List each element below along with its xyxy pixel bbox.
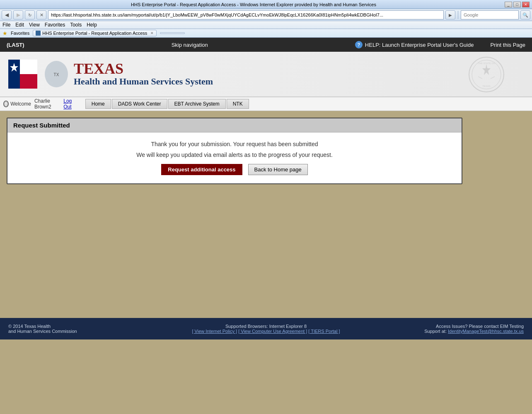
banner-texas-text: TEXAS bbox=[74, 61, 213, 76]
request-additional-access-button[interactable]: Request additional access bbox=[161, 164, 242, 175]
request-submitted-box: Request Submitted Thank you for your sub… bbox=[7, 118, 462, 184]
texas-flag-icon bbox=[8, 60, 37, 89]
page-header-bar: (LAST) Skip navigation ? HELP: Launch En… bbox=[0, 38, 532, 52]
go-button[interactable]: ▶ bbox=[445, 10, 455, 19]
message2: We will keep you updated via email alert… bbox=[14, 152, 455, 158]
favorites-tab-hhs[interactable]: HHS Enterprise Portal - Request Applicat… bbox=[33, 30, 157, 36]
request-box-header: Request Submitted bbox=[7, 118, 462, 132]
browser-menu: File Edit View Favorites Tools Help bbox=[0, 21, 532, 29]
nav-username: Charlie Brown2 bbox=[34, 98, 60, 110]
support-line: Support at: IdentityManageTest@hhsc.stat… bbox=[352, 329, 524, 334]
footer-copyright: © 2014 Texas Health and Human Services C… bbox=[8, 324, 180, 334]
logout-link[interactable]: Log Out bbox=[63, 98, 77, 110]
support-prefix: Support at: bbox=[424, 329, 447, 334]
svg-line-12 bbox=[491, 77, 495, 79]
browsers-label: Supported Browsers: Internet Explorer 8 bbox=[180, 324, 352, 329]
footer-links: [ View Internet Policy ] [ View Computer… bbox=[180, 329, 352, 334]
footer-right: Access Issues? Please contact EIM Testin… bbox=[352, 324, 524, 334]
browser-toolbar: ◀ ▶ ↻ ✕ ▶ 🔍 bbox=[0, 9, 532, 21]
banner-text-block: TEXAS Health and Human Services System bbox=[74, 61, 213, 87]
banner-logo: TX TEXAS Health and Human Services Syste… bbox=[8, 60, 213, 89]
nav-tab-dads[interactable]: DADS Work Center bbox=[112, 99, 167, 109]
favorites-label: Favorites bbox=[11, 31, 29, 36]
access-issues-label: Access Issues? Please contact EIM Testin… bbox=[352, 324, 524, 329]
menu-favorites[interactable]: Favorites bbox=[45, 22, 65, 28]
nav-tab-home[interactable]: Home bbox=[85, 99, 111, 109]
box-title: Request Submitted bbox=[13, 122, 70, 129]
address-bar[interactable] bbox=[48, 10, 444, 19]
support-email-link[interactable]: IdentityManageTest@hhsc.state.tx.us bbox=[448, 329, 524, 334]
tiers-portal-link[interactable]: [ TIERS Portal ] bbox=[308, 329, 340, 334]
menu-view[interactable]: View bbox=[29, 22, 40, 28]
back-button[interactable]: ◀ bbox=[2, 10, 12, 19]
nav-bar: ⓘ Welcome Charlie Brown2 Log Out Home DA… bbox=[0, 97, 532, 111]
nav-tab-ebt[interactable]: EBT Archive System bbox=[168, 99, 226, 109]
copyright-line2: and Human Services Commission bbox=[8, 329, 180, 334]
message1: Thank you for your submission. Your requ… bbox=[14, 141, 455, 147]
banner: TX TEXAS Health and Human Services Syste… bbox=[0, 52, 532, 97]
stop-button[interactable]: ✕ bbox=[36, 10, 46, 19]
back-to-home-button[interactable]: Back to Home page bbox=[248, 164, 308, 175]
welcome-text: Welcome bbox=[10, 101, 31, 107]
request-box-body: Thank you for your submission. Your requ… bbox=[7, 132, 462, 183]
restore-button[interactable]: □ bbox=[513, 2, 521, 7]
favorites-star-icon: ★ bbox=[2, 30, 7, 36]
footer-center: Supported Browsers: Internet Explorer 8 … bbox=[180, 324, 352, 334]
svg-text:TX: TX bbox=[54, 72, 59, 77]
tab-close-icon[interactable]: ✕ bbox=[150, 31, 154, 35]
browser-title-text: HHS Enterprise Portal - Request Applicat… bbox=[2, 2, 505, 7]
forward-button[interactable]: ▶ bbox=[13, 10, 23, 19]
toolbar-separator bbox=[458, 11, 458, 19]
svg-text:TEXAS: TEXAS bbox=[482, 85, 491, 87]
nav-circle-icon: ⓘ bbox=[3, 101, 9, 107]
tab-icon bbox=[36, 31, 41, 36]
menu-help[interactable]: Help bbox=[87, 22, 97, 28]
favorites-bar: ★ Favorites HHS Enterprise Portal - Requ… bbox=[0, 29, 532, 38]
menu-edit[interactable]: Edit bbox=[15, 22, 24, 28]
page-footer: © 2014 Texas Health and Human Services C… bbox=[0, 318, 532, 339]
copyright-line1: © 2014 Texas Health bbox=[8, 324, 180, 329]
svg-rect-1 bbox=[20, 74, 37, 89]
nav-tab-ntk[interactable]: NTK bbox=[227, 99, 249, 109]
minimize-button[interactable]: _ bbox=[505, 2, 512, 7]
svg-line-11 bbox=[478, 77, 482, 79]
help-text: HELP: Launch Enterprise Portal User's Gu… bbox=[365, 42, 474, 48]
refresh-button[interactable]: ↻ bbox=[25, 10, 35, 19]
menu-tools[interactable]: Tools bbox=[70, 22, 82, 28]
main-content: Request Submitted Thank you for your sub… bbox=[0, 111, 532, 318]
request-box-actions: Request additional access Back to Home p… bbox=[14, 164, 455, 175]
skip-navigation-link[interactable]: Skip navigation bbox=[41, 42, 339, 48]
header-user: (LAST) bbox=[7, 42, 24, 48]
texas-silhouette-icon: TX bbox=[44, 60, 69, 89]
menu-file[interactable]: File bbox=[2, 22, 10, 28]
view-computer-use-link[interactable]: [ View Computer Use Agreement ] bbox=[238, 329, 307, 334]
favorites-tab-label: HHS Enterprise Portal - Request Applicat… bbox=[42, 31, 147, 36]
nav-welcome: ⓘ Welcome Charlie Brown2 Log Out bbox=[3, 98, 77, 110]
print-link[interactable]: Print this Page bbox=[490, 42, 525, 48]
search-input[interactable] bbox=[461, 10, 519, 19]
svg-rect-2 bbox=[20, 60, 37, 74]
banner-subtitle: Health and Human Services System bbox=[74, 76, 213, 87]
svg-text:THE STATE OF: THE STATE OF bbox=[478, 62, 495, 65]
browser-titlebar: HHS Enterprise Portal - Request Applicat… bbox=[0, 0, 532, 9]
help-icon: ? bbox=[355, 41, 363, 48]
help-link[interactable]: ? HELP: Launch Enterprise Portal User's … bbox=[355, 41, 474, 48]
nav-tabs: Home DADS Work Center EBT Archive System… bbox=[85, 99, 529, 109]
window-controls[interactable]: _ □ ✕ bbox=[505, 2, 530, 7]
svg-marker-10 bbox=[482, 64, 491, 75]
close-button[interactable]: ✕ bbox=[522, 2, 530, 7]
texas-seal-icon: THE STATE OF TEXAS bbox=[466, 56, 507, 93]
favorites-tab-empty[interactable] bbox=[160, 32, 185, 34]
view-internet-policy-link[interactable]: [ View Internet Policy ] bbox=[192, 329, 237, 334]
search-button[interactable]: 🔍 bbox=[520, 10, 530, 19]
